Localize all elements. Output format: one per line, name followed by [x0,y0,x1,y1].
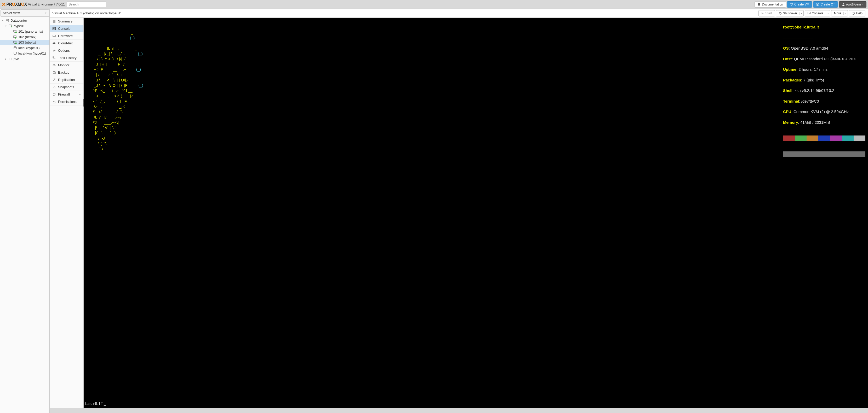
color-palette-bottom [783,151,865,157]
svg-rect-23 [53,57,54,58]
create-vm-label: Create VM [794,3,809,6]
user-icon [842,3,845,6]
chevron-down-icon[interactable]: ▾ [799,12,802,14]
info-divider: ----------------------- [783,35,865,40]
top-header: ✕ PROXMOX Virtual Environment 7.0-11 Doc… [0,0,868,9]
logo-x-icon: ✕ [2,1,6,7]
tree-node-hype01[interactable]: ▾ hype01 [0,23,50,29]
svg-rect-21 [53,35,55,37]
content-title: Virtual Machine 103 (obelix) on node 'hy… [52,11,121,15]
gear-icon [52,49,56,53]
submenu-firewall[interactable]: Firewall ▸ [50,91,84,98]
console-label: Console [812,11,823,15]
svg-point-13 [14,52,17,53]
submenu-label: Task History [58,56,76,60]
tree-node-datacenter[interactable]: ▾ Datacenter [0,18,50,23]
submenu-label: Summary [58,19,73,23]
eye-icon [52,63,56,67]
chevron-right-icon: ▸ [80,93,81,96]
tree-node-vm101[interactable]: 101 (panoramix) [0,29,50,34]
node-label: local-lvm (hype01) [18,51,46,55]
submenu-label: Permissions [58,100,76,104]
documentation-button[interactable]: Documentation [754,1,786,7]
submenu-backup[interactable]: Backup [50,69,84,76]
collapse-icon: ▾ [1,19,4,22]
unlock-icon [52,100,56,104]
list-icon [52,20,56,23]
node-label: pve [13,57,19,61]
shell-prompt: bash-5.1# _ [85,401,106,406]
terminal-icon [808,12,810,14]
tree-node-local-lvm[interactable]: local-lvm (hype01) [0,50,50,56]
create-ct-button[interactable]: Create CT [813,1,838,7]
submenu-hardware[interactable]: Hardware [50,32,84,40]
power-icon [779,12,782,14]
more-button[interactable]: More ▾ [831,10,848,16]
submenu-label: Console [58,27,70,31]
vm-submenu: Summary Console Hardware Cloud-Init Opti… [50,18,84,408]
submenu-options[interactable]: Options [50,47,84,54]
tree-node-pve[interactable]: ▸ pve [0,56,50,62]
resource-tree: ▾ Datacenter ▾ hype01 101 (panoramix) 10… [0,17,50,413]
svg-point-1 [843,3,844,4]
tree-view-selector[interactable]: Server View ▾ [1,9,49,17]
submenu-permissions[interactable]: Permissions [50,98,84,105]
tasklist-icon [52,56,56,60]
node-label: 101 (panoramix) [18,30,43,33]
console-button[interactable]: Console ▾ [805,10,830,16]
tree-panel: Server View ▾ ▾ Datacenter ▾ hype01 101 … [0,9,50,413]
svg-point-22 [54,50,55,51]
tree-node-local[interactable]: local (hype01) [0,45,50,50]
node-label: Datacenter [10,19,27,23]
search-input[interactable] [67,2,106,7]
help-label: Help [856,11,863,15]
chevron-down-icon: ▾ [45,12,46,14]
shutdown-button[interactable]: Shutdown ▾ [776,10,804,16]
node-icon [8,57,12,61]
submenu-snapshots[interactable]: Snapshots [50,83,84,91]
user-label: root@pam [846,3,861,6]
submenu-cloudinit[interactable]: Cloud-Init [50,40,84,47]
svg-rect-0 [790,3,793,5]
version-label: Virtual Environment 7.0-11 [28,2,65,6]
svg-rect-25 [53,102,55,103]
help-button[interactable]: ? Help [849,10,865,16]
ascii-art: _ (_) _ . |L /| . _ _ . |\ _| \--+._/| .… [85,30,866,152]
vm-console[interactable]: _ (_) _ . |L /| . _ _ . |\ _| \--+._/| .… [84,18,868,408]
chevron-down-icon[interactable]: ▾ [843,12,846,14]
vm-running-icon [13,35,17,39]
node-label: 102 (heroix) [18,35,36,39]
submenu-monitor[interactable]: Monitor [50,62,84,69]
svg-text:?: ? [853,12,854,14]
submenu-console[interactable]: Console [50,25,84,32]
submenu-label: Backup [58,70,69,74]
status-bar [50,408,868,413]
more-label: More [834,11,841,15]
submenu-summary[interactable]: Summary [50,18,84,25]
create-vm-button[interactable]: Create VM [787,1,812,7]
cloud-icon [52,41,56,45]
submenu-label: Cloud-Init [58,41,73,45]
system-info-block: root@obelix.lutra.it -------------------… [783,19,865,167]
create-ct-label: Create CT [820,3,835,6]
submenu-label: Hardware [58,34,73,38]
start-button[interactable]: Start [758,10,775,16]
logo: ✕ PROXMOX Virtual Environment 7.0-11 [2,1,65,7]
logo-text: PROXMOX [6,2,27,7]
submenu-replication[interactable]: Replication [50,76,84,83]
collapse-icon: ▾ [4,25,7,27]
submenu-label: Snapshots [58,85,74,89]
tree-node-vm103[interactable]: 103 (obelix) [0,40,50,45]
terminal-icon [52,27,56,31]
chevron-down-icon[interactable]: ▾ [826,12,829,14]
play-icon [761,12,764,14]
submenu-task-history[interactable]: Task History [50,54,84,62]
save-icon [52,71,56,74]
svg-point-24 [54,65,55,66]
svg-rect-17 [808,12,810,14]
shutdown-label: Shutdown [783,11,797,15]
tree-node-vm102[interactable]: 102 (heroix) [0,34,50,40]
svg-rect-2 [6,19,9,20]
user-menu-button[interactable]: root@pam ▾ [839,1,866,7]
documentation-label: Documentation [762,3,783,6]
